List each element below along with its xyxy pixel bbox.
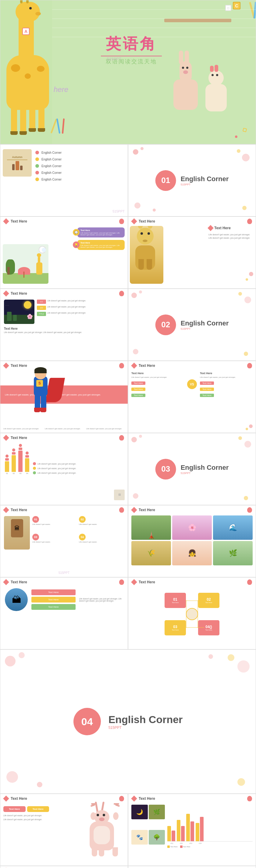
slide-vs-header: Text Here [139,364,155,368]
section04-number: 04 [74,708,101,735]
slide-vs: Text Here Text Here Life doesn't get eas… [128,361,256,433]
toc-item-5: English Corner [41,178,62,181]
grid-item3: Life doesn't get easier. [32,541,51,543]
hero-slide: C □ [0,0,256,144]
section03-title: English Corner [181,464,229,472]
flow-item4: Text here [205,629,212,631]
slide-superman-band-text: Life doesn't get easier, you just get st… [5,393,123,396]
slide5-subhead: Text Here [4,327,124,330]
slide-person-chart: Text Here 01 02 [0,433,128,505]
legend1: Text Here [170,846,178,847]
flow-item1: Text here [172,601,179,603]
slide-circle-btns: Text Here 🏔 Text Here Text Here Text Her… [0,577,128,649]
section02-number: 02 [155,314,176,335]
slide6-body2: Life doesn't get easier, you just get st… [45,428,83,430]
section02-watermark: 515PPT [181,327,229,330]
flow-item3: Text here [172,629,179,631]
vs-right-btn3: Text Here [200,394,214,397]
slide10-body: Life doesn't get easier, you just get st… [79,598,123,602]
grid-item4: Life doesn't get easier. [79,541,97,543]
slide8-header: Text Here [11,508,27,512]
hero-here-text: here [54,85,68,94]
slide8-wm: 515PPT [58,571,69,575]
vs-left-btn1: Text Here [131,381,145,385]
section02-slide: 02 English Corner 515PPT [128,289,256,361]
vs-right-btn1: Text Here [200,381,214,385]
slide-photos-text: Text Here 🌌 Text Here Life doesn't get e… [0,866,128,868]
legend2: Text Here [183,846,191,847]
vs-right-title: Text Here [200,372,253,375]
bubble1-content: Life doesn't get easier, you just get st… [81,232,122,236]
slide10-btn2: Text Here [31,597,76,602]
section01-watermark: 515PPT [181,183,229,186]
slide7-header: Text Here [11,436,27,440]
vs-left-body: Life doesn't get easier, you just get st… [131,376,184,378]
section04-watermark: 515PPT [109,725,183,730]
slide4-header: Text Here [139,219,155,223]
slide12-body2: Life doesn't get easier, you just get st… [3,818,49,820]
slide-grid-numbered: Text Here 🏛 01 Life doesn't get easier. … [0,505,128,577]
toc-watermark: 515PPT [112,210,125,213]
slide4-subheader: Text Here [214,226,231,230]
bubble2-title: Text Here [81,242,122,244]
slide5-item1: Life doesn't get easier, you just get st… [47,300,86,302]
slide5-item2: Life doesn't get easier, you just get st… [47,306,86,308]
slide12-body1: Life doesn't get easier, you just get st… [3,814,49,816]
grid-item1: Life doesn't get easier. [32,523,51,525]
slide4-body: Life doesn't get easier, you just get st… [208,233,253,240]
slide6-body1: Life doesn't get easier, you just get st… [3,428,42,430]
slide12-header: Text Here [11,797,27,801]
vs-right-btn2: Text Here [200,388,214,391]
toc-item-2: English Corner [41,158,62,161]
slide-photo-grid: Text Here 🗼 🌸 🌊 🌾 👧 [128,505,256,577]
slide-titled-list: Text Here 🌸 · · · 111 Life doesn't get e… [0,289,128,361]
toc-item-4: English Corner [41,171,62,175]
section03-number: 03 [155,459,176,479]
slide5-subcontent: Life doesn't get easier, you just get st… [4,331,124,333]
vs-left-btn2: Text Here [131,388,145,391]
hero-title-cn: 英语角 [86,34,177,54]
toc-item-3: English Corner [41,164,62,168]
grid-item2: Life doesn't get easier. [79,523,97,525]
slide-giraffe-landscape: Text Here [0,216,128,289]
section01-title: English Corner [181,175,229,183]
slide-circle-flow: Text Here 01 Text here 02 Text here 03 T… [128,577,256,649]
section03-slide: 03 English Corner 515PPT [128,433,256,505]
slide5-header: Text Here [11,291,27,296]
vs-label: VS [187,379,197,389]
slide7-item3: Life doesn't get easier, you just get st… [37,472,76,474]
slide10-btn1: Text Here [31,589,76,595]
slide-bear-costume: Text Here [128,216,256,289]
vs-right-body: Life doesn't get easier, you just get st… [200,376,253,378]
hero-watermark: 515PPT [107,57,121,61]
box2-title: Text Here [30,808,47,810]
slide10-btn3: Text Here [31,604,76,610]
slide5-item3: Life doesn't get easier, you just get st… [47,312,86,314]
section01-number: 01 [155,170,176,191]
hero-subtitle-cn: 双语阅读交流天地 [86,58,177,65]
slide-blank-right [128,866,256,868]
slide6-body3: Life doesn't get easier, you just get st… [86,428,125,430]
section04-slide: 04 English Corner 515PPT [0,649,256,794]
flow-item2: Text here [205,601,212,603]
section03-watermark: 515PPT [181,472,229,475]
section02-title: English Corner [181,319,229,327]
toc-item-1: English Corner [41,151,62,154]
slide-superman: Life doesn't get easier, you just get st… [0,361,128,433]
box1-title: Text Here [6,808,23,810]
vs-left-btn3: Text Here [131,394,145,397]
section04-title: English Corner [109,714,183,725]
slide7-item2: Life doesn't get easier, you just get st… [37,467,76,469]
slide9-header: Text Here [139,508,155,512]
slide5-title-label: TITLE [37,312,46,316]
toc-slide: Autumn English Corner English Corner [0,144,128,216]
slide3-header: Text Here [11,219,27,223]
bubble2-content: Life doesn't get easier, you just get st… [81,245,122,248]
slide7-item1: Life doesn't get easier, you just get st… [37,463,76,465]
slide-deer-boxes: Text Here [0,794,128,866]
vs-left-title: Text Here [131,372,184,375]
section01-slide: 01 English Corner 515PPT [128,144,256,216]
bubble1-title: Text Here [81,229,122,231]
slide6-header: Text Here [11,364,27,368]
slide11-header: Text Here [139,580,155,584]
